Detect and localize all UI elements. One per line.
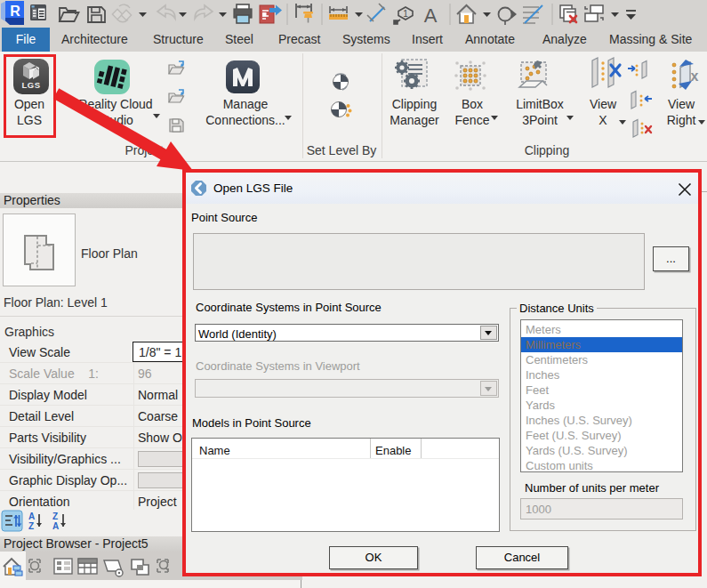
svg-text:A: A	[424, 4, 438, 27]
svg-text:x: x	[691, 68, 699, 84]
svg-text:Z: Z	[52, 511, 58, 521]
svg-text:A: A	[52, 521, 59, 531]
svg-text:1: 1	[403, 9, 408, 19]
svg-text:R: R	[10, 4, 20, 19]
svg-text:A: A	[28, 511, 35, 521]
svg-text:Z: Z	[28, 521, 34, 531]
